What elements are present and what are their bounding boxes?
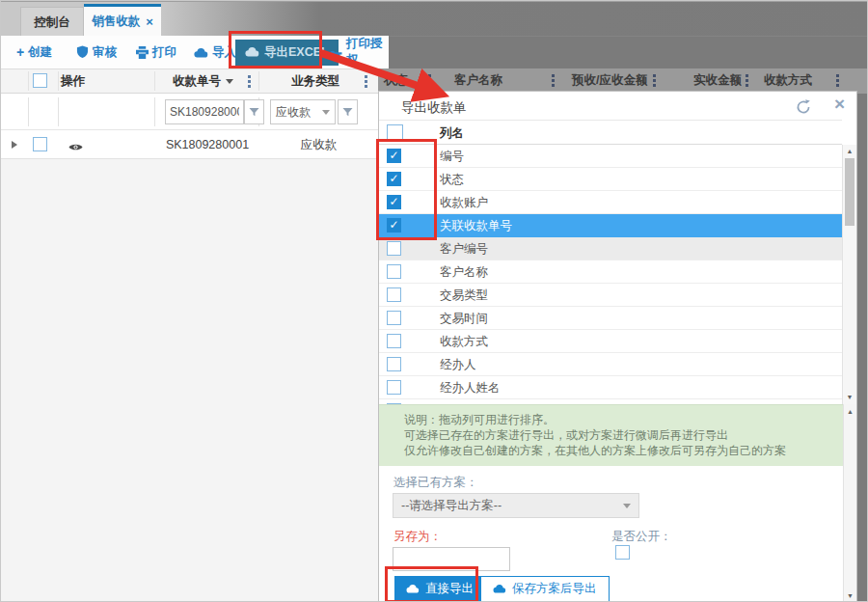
column-menu-icon — [653, 74, 656, 87]
select-all-checkbox[interactable] — [33, 73, 47, 88]
filter-funnel-button[interactable] — [338, 99, 358, 124]
modal-select-all-checkbox[interactable] — [387, 124, 403, 141]
column-header-operation[interactable]: 操作 — [61, 69, 85, 93]
save-as-label: 另存为： — [393, 529, 442, 545]
app-window: 控制台 销售收款 × + 创建 审核 打印 导入 导出EXCEL — [0, 0, 868, 602]
export-receipt-modal: 导出收款单 × 列名 编号 状态 收款账户 关联收款单号 客户编号 客户名称 交… — [378, 91, 857, 602]
funnel-icon — [342, 107, 353, 118]
view-eye-icon[interactable] — [68, 139, 83, 156]
list-scrollbar[interactable]: ▲ ▼ — [842, 145, 856, 404]
modal-scrollbar[interactable]: ▲ ▼ — [843, 404, 856, 602]
receipt-no-filter-input[interactable] — [165, 99, 244, 124]
save-plan-export-button[interactable]: 保存方案后导出 — [480, 576, 610, 602]
cloud-download-icon — [245, 46, 259, 60]
table-row[interactable]: SK1809280001 应收款 — [1, 130, 378, 159]
column-header-payment-method: 收款方式 — [764, 68, 812, 92]
list-item[interactable]: 客户编号 — [379, 237, 842, 260]
column-checkbox[interactable] — [387, 149, 401, 163]
refresh-icon[interactable] — [796, 99, 811, 119]
tab-close-icon[interactable]: × — [146, 15, 153, 28]
public-checkbox[interactable] — [615, 545, 630, 560]
scroll-down-icon[interactable]: ▼ — [844, 591, 856, 601]
toolbar: + 创建 审核 打印 导入 导出EXCEL 打印授权 — [1, 36, 389, 68]
column-checkbox[interactable] — [387, 357, 401, 371]
list-item[interactable]: 经办人 — [379, 353, 842, 376]
modal-list-header: 列名 — [379, 120, 842, 145]
plan-select-label: 选择已有方案： — [393, 475, 478, 491]
audit-button[interactable]: 审核 — [76, 36, 117, 68]
export-excel-button[interactable]: 导出EXCEL — [235, 40, 339, 66]
scroll-down-icon[interactable]: ▼ — [843, 393, 856, 402]
list-item[interactable]: 收款方式 — [379, 330, 842, 353]
save-as-input[interactable] — [393, 547, 510, 571]
column-header-received-amount: 实收金额 — [693, 68, 742, 92]
column-header-receipt-no[interactable]: 收款单号 — [173, 69, 233, 93]
column-menu-icon[interactable] — [365, 75, 367, 88]
list-item[interactable]: 编号 — [379, 145, 842, 168]
sort-desc-icon — [226, 79, 233, 84]
cloud-download-icon — [406, 583, 420, 596]
list-item[interactable]: 状态 — [379, 168, 842, 191]
column-menu-icon[interactable] — [248, 75, 251, 88]
row-expand-icon[interactable] — [12, 141, 17, 149]
chevron-down-icon — [322, 110, 330, 115]
print-authorize-button[interactable]: 打印授权 — [329, 36, 389, 68]
column-checkbox[interactable] — [387, 380, 401, 395]
cell-business-type: 应收款 — [259, 130, 378, 159]
modal-backdrop — [857, 94, 868, 602]
column-menu-icon — [836, 74, 839, 87]
column-checkbox[interactable] — [387, 311, 401, 325]
scrollbar-thumb[interactable] — [845, 158, 854, 226]
table-empty-area — [1, 159, 378, 602]
tab-sales-receipt-label: 销售收款 — [92, 14, 140, 30]
column-checkbox[interactable] — [387, 287, 401, 302]
export-note: 说明：拖动列可用进行排序。 可选择已存在的方案进行导出，或对方案进行微调后再进行… — [379, 404, 843, 466]
scroll-up-icon[interactable]: ▲ — [843, 147, 856, 156]
cloud-download-icon — [493, 583, 506, 596]
shield-icon — [76, 45, 89, 59]
column-header-status: 状态 — [384, 68, 408, 92]
funnel-icon — [249, 107, 259, 118]
column-checkbox[interactable] — [387, 195, 401, 209]
printer-icon — [136, 46, 149, 59]
cell-receipt-no: SK1809280001 — [155, 130, 259, 159]
column-menu-icon — [428, 74, 431, 87]
tab-sales-receipt[interactable]: 销售收款 × — [84, 4, 161, 37]
dimmed-toolbar-area — [389, 36, 868, 68]
tab-console-label: 控制台 — [34, 14, 70, 31]
filter-funnel-button[interactable] — [244, 99, 264, 124]
list-item[interactable]: 经办人姓名 — [379, 376, 842, 399]
modal-title: 导出收款单 — [401, 99, 467, 117]
print-button[interactable]: 打印 — [136, 36, 176, 68]
column-menu-icon — [552, 74, 555, 87]
column-menu-icon — [746, 74, 748, 87]
tab-strip: 控制台 销售收款 × — [1, 1, 868, 36]
tab-console[interactable]: 控制台 — [20, 7, 84, 37]
list-item-selected[interactable]: 关联收款单号 — [379, 214, 842, 237]
plus-icon: + — [16, 45, 24, 59]
list-item[interactable]: 收款账户 — [379, 191, 842, 214]
table-filter-row: 应收款 — [1, 94, 378, 130]
public-label: 是否公开： — [611, 529, 672, 545]
column-checkbox[interactable] — [387, 334, 401, 348]
row-checkbox[interactable] — [33, 137, 47, 151]
list-item[interactable]: 客户名称 — [379, 260, 842, 284]
direct-export-button[interactable]: 直接导出 — [394, 576, 485, 602]
modal-column-list: 编号 状态 收款账户 关联收款单号 客户编号 客户名称 交易类型 交易时间 收款… — [379, 145, 842, 404]
list-item[interactable]: 交易类型 — [379, 284, 842, 307]
scroll-up-icon[interactable]: ▲ — [844, 407, 856, 417]
business-type-filter-select[interactable]: 应收款 — [270, 99, 336, 124]
list-item[interactable]: 交易时间 — [379, 307, 842, 330]
column-checkbox[interactable] — [387, 172, 401, 186]
chevron-down-icon — [623, 504, 631, 508]
close-icon[interactable]: × — [834, 94, 845, 115]
column-checkbox[interactable] — [387, 264, 401, 279]
column-checkbox[interactable] — [387, 218, 401, 233]
import-button[interactable]: 导入 — [194, 36, 236, 68]
key-icon — [329, 46, 342, 59]
column-checkbox[interactable] — [387, 241, 401, 256]
column-header-business-type[interactable]: 业务类型 — [291, 69, 339, 93]
plan-select[interactable]: --请选择导出方案-- — [393, 493, 639, 518]
cloud-upload-icon — [194, 47, 208, 58]
create-button[interactable]: + 创建 — [16, 36, 52, 68]
